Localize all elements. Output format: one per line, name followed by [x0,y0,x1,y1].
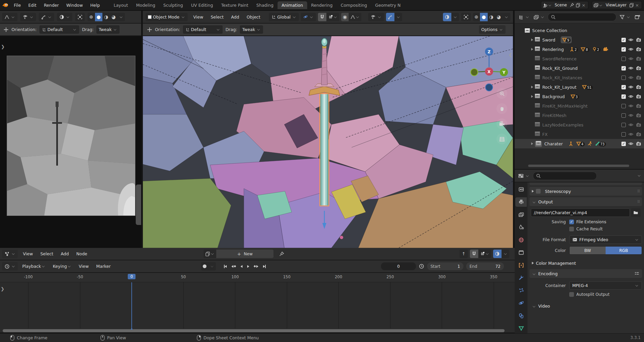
material-icon[interactable]: ◑ [488,13,495,21]
mesh-badge[interactable]: 3 [570,94,579,99]
copy-icon[interactable] [576,3,580,7]
node-menu-node[interactable]: Node [72,251,91,256]
stereoscopy-checkbox[interactable] [536,189,541,194]
node-menu-select[interactable]: Select [37,251,57,256]
filter-dropdown[interactable] [618,13,632,21]
visibility-dropdown[interactable] [368,13,384,21]
next-keyframe-button[interactable] [254,265,258,268]
disable-render-icon[interactable] [636,47,641,52]
workspace-tab-compositing[interactable]: Compositing [336,1,371,9]
container-dropdown[interactable]: MPEG-4 [569,281,642,290]
shading-modes[interactable]: ⊕ ● ◑ ◕ [88,13,125,21]
disable-render-icon[interactable] [636,122,641,127]
jump-start-button[interactable] [224,265,227,268]
record-icon[interactable] [201,262,208,270]
snap-target-dropdown[interactable] [326,13,339,21]
camera-preview-viewport[interactable]: ❯ [0,36,141,248]
color-mode-toggle[interactable]: BW RGB [569,246,642,255]
open-folder-button[interactable] [631,208,641,217]
gizmos-dropdown[interactable] [39,13,54,21]
outliner-row-rock_kit_instances[interactable]: Rock_Kit_Instances [515,73,644,82]
drag-grip-icon[interactable]: ⠿ [637,200,640,204]
wireframe-icon[interactable]: ⊕ [473,13,480,21]
play-button[interactable] [247,265,249,268]
hide-eye-icon[interactable] [628,65,634,71]
ortho-toggle-button[interactable] [496,134,507,144]
workspace-tab-animation[interactable]: Animation [278,1,307,9]
timeline-menu-view[interactable]: View [75,264,93,269]
pose-badge[interactable] [587,141,592,146]
color-bw-option[interactable]: BW [570,247,606,254]
node-menu-add[interactable]: Add [57,251,72,256]
magnet-icon[interactable] [318,13,326,21]
new-collection-button[interactable] [634,13,641,21]
menu-window[interactable]: Window [63,3,87,8]
node-menu-view[interactable]: View [19,251,37,256]
properties-tab-data[interactable] [515,324,527,334]
outliner-row-rock_kit_ground[interactable]: Rock_Kit_Ground ✓ [515,63,644,73]
snap-target-dropdown[interactable] [478,250,491,258]
video-panel-header[interactable]: Video [529,302,642,310]
hide-eye-icon[interactable] [628,84,634,90]
exclude-checkbox[interactable] [621,57,626,61]
viewlayer-selector[interactable]: ViewLayer × [592,1,642,9]
hide-eye-icon[interactable] [628,132,634,137]
frame-start-field[interactable]: Start1 [427,262,463,270]
solid-icon[interactable]: ● [480,13,487,21]
properties-tab-render[interactable] [515,184,527,194]
browse-node-tree-icon[interactable] [203,250,216,258]
exclude-checkbox[interactable] [621,104,626,108]
drag-dropdown[interactable]: Tweak [240,25,263,34]
hide-eye-icon[interactable] [628,47,634,52]
material-icon[interactable]: ◑ [102,13,110,21]
outliner-row-lazynodeexamples[interactable]: LazyNodeExamples [515,120,644,130]
disable-render-icon[interactable] [636,141,641,146]
properties-tab-world[interactable] [515,235,527,245]
gizmo-arrow-icon[interactable] [386,13,394,21]
proportional-editing[interactable]: ◉ [341,13,361,21]
collapse-chevron-icon[interactable]: ❮ [509,52,512,57]
outliner-row-firekit_minmaxheight[interactable]: FireKit_MinMaxHeight [515,101,644,111]
drag-dropdown[interactable]: Tweak [96,25,120,34]
exclude-checkbox[interactable] [621,123,626,127]
node-tree-selector[interactable]: +New [203,250,273,258]
frame-end-field[interactable]: End72 [466,262,504,270]
properties-tab-output[interactable] [515,197,527,207]
workspace-tab-layout[interactable]: Layout [109,1,132,9]
axis-gizmo[interactable]: Z X Y [466,46,510,93]
display-mode-dropdown[interactable] [517,13,530,21]
close-icon[interactable]: × [580,3,587,8]
workspace-tab-uv-editing[interactable]: UV Editing [187,1,217,9]
visibility-dropdown[interactable] [20,13,36,21]
mesh-badge[interactable]: 4 [576,141,585,146]
copy-icon[interactable] [629,3,634,7]
stereoscopy-panel-header[interactable]: Stereoscopy ⠿ [529,187,642,196]
camera-view-button[interactable] [496,118,507,129]
exclude-checkbox[interactable] [621,76,626,80]
exclude-checkbox[interactable] [621,132,626,137]
hide-eye-icon[interactable] [628,141,634,146]
overlays-icon[interactable] [443,13,451,21]
outliner-row-fx[interactable]: FX [515,130,644,139]
dope-sheet-area[interactable]: ❯ [0,282,515,329]
new-node-tree-button[interactable]: +New [216,250,273,258]
prev-keyframe-button[interactable] [231,265,236,268]
properties-tab-object[interactable] [515,260,527,270]
viewport-menu-add[interactable]: Add [227,15,243,20]
viewlayer-name[interactable]: ViewLayer [603,3,629,7]
workspace-tab-shading[interactable]: Shading [252,1,278,9]
armature-badge[interactable] [568,141,574,146]
jump-end-button[interactable] [263,265,266,268]
autosplit-checkbox[interactable] [569,292,574,297]
solid-icon[interactable]: ● [95,13,102,21]
disable-render-icon[interactable] [636,75,641,80]
output-panel-header[interactable]: Output ⠿ [529,197,642,206]
viewport-menu-object[interactable]: Object [243,15,264,20]
node-editor-type[interactable] [2,250,18,258]
outliner-row-backgroud[interactable]: Backgroud 3 ✓ [515,92,644,101]
properties-search-input[interactable] [533,172,597,180]
horizontal-scrollbar[interactable] [3,329,505,332]
file-extensions-checkbox[interactable]: ✓ [569,220,574,224]
current-frame-line[interactable] [131,282,132,329]
outliner-row-charater[interactable]: Charater 473 ✓ [515,139,644,148]
